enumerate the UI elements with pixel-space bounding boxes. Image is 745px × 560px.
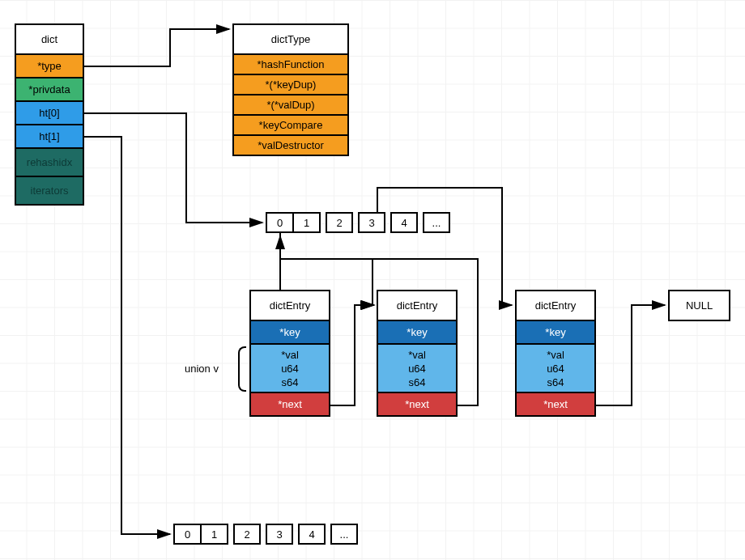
hash-buckets-1: 0 1 2 3 4 ...: [266, 212, 450, 233]
dictEntry2-next: *next: [377, 393, 458, 417]
val-line: *val: [547, 348, 564, 362]
dictEntry1-title: dictEntry: [249, 290, 330, 321]
dictEntry2-title: dictEntry: [377, 290, 458, 321]
hash-buckets-2: 0 1 2 3 4 ...: [173, 524, 358, 545]
val-line: u64: [281, 362, 299, 375]
dictEntry2-key: *key: [377, 321, 458, 345]
brace-icon: [238, 346, 246, 392]
bucket: 4: [298, 524, 326, 545]
dictEntry1-val: *val u64 s64: [249, 345, 330, 393]
dictType-keyDup: *(*keyDup): [232, 75, 349, 95]
dictEntry3-next: *next: [515, 393, 596, 417]
dict-privdata: *privdata: [15, 78, 84, 102]
dictEntry1-key: *key: [249, 321, 330, 345]
bucket: 2: [326, 212, 353, 233]
dictType-title: dictType: [232, 23, 349, 55]
val-line: s64: [282, 375, 299, 389]
bucket: 3: [266, 524, 293, 545]
bucket: 1: [293, 212, 321, 233]
dict-type: *type: [15, 55, 84, 78]
union-v-label: union v: [185, 363, 219, 375]
bucket: 2: [233, 524, 261, 545]
bucket: ...: [423, 212, 450, 233]
bucket: 3: [358, 212, 385, 233]
bucket: 4: [390, 212, 418, 233]
dict-ht1: ht[1]: [15, 125, 84, 149]
dict-iterators: iterators: [15, 177, 84, 206]
dictType-hashFunction: *hashFunction: [232, 55, 349, 75]
val-line: *val: [281, 348, 299, 362]
dictType-valDestructor: *valDestructor: [232, 136, 349, 156]
dictType-valDup: *(*valDup): [232, 95, 349, 116]
dict-ht0: ht[0]: [15, 102, 84, 125]
dictType-keyCompare: *keyCompare: [232, 116, 349, 136]
val-line: *val: [408, 348, 426, 362]
val-line: s64: [547, 375, 564, 389]
dictEntry3-val: *val u64 s64: [515, 345, 596, 393]
dictEntry2-val: *val u64 s64: [377, 345, 458, 393]
bucket: 0: [266, 212, 293, 233]
bucket: 0: [173, 524, 201, 545]
dict-title: dict: [15, 23, 84, 55]
dictEntry3-key: *key: [515, 321, 596, 345]
val-line: u64: [408, 362, 426, 375]
null-box: NULL: [668, 290, 730, 321]
val-line: u64: [547, 362, 564, 375]
dict-rehashidx: rehashidx: [15, 149, 84, 177]
bucket: 1: [201, 524, 228, 545]
dictEntry1-next: *next: [249, 393, 330, 417]
dictEntry3-title: dictEntry: [515, 290, 596, 321]
bucket: ...: [330, 524, 358, 545]
val-line: s64: [409, 375, 426, 389]
